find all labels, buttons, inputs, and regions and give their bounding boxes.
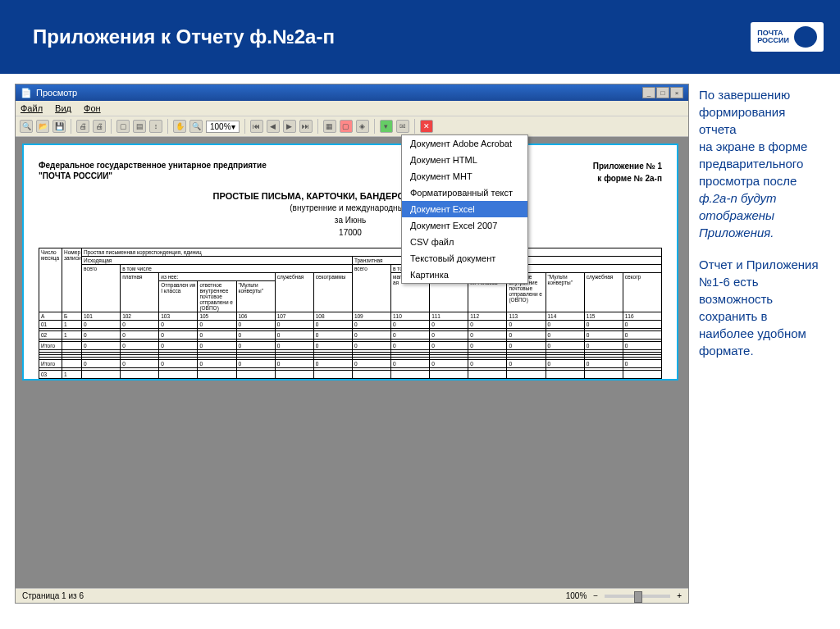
report-period: за Июнь [39,215,662,226]
appendix-number: Приложение № 1 [593,160,662,172]
menu-view[interactable]: Вид [55,103,71,113]
menu-background[interactable]: Фон [84,103,101,113]
zoom-out-icon[interactable]: − [593,591,598,600]
export-dropdown: Документ Adobe Acrobat Документ HTML Док… [401,134,528,284]
export-csv[interactable]: CSV файл [402,234,527,250]
report-table: Число месяцаНомер записиПростая письменн… [39,248,662,379]
org-name-2: "ПОЧТА РОССИИ" [39,171,267,181]
zoom-in-icon[interactable]: + [677,591,682,600]
window-titlebar: 📄 Просмотр _ □ × [16,84,688,101]
toolbar: 🔍 📂 💾 🖨 🖨 ▢ ▤ ↕ ✋ 🔍 100% ▾ ⏮ ◀ ▶ ⏭ [16,116,688,137]
export-pdf[interactable]: Документ Adobe Acrobat [402,135,527,152]
page-indicator: Страница 1 из 6 [22,591,84,600]
print-icon[interactable]: 🖨 [76,120,89,133]
menu-file[interactable]: Файл [21,103,43,113]
slide-header: Приложения к Отчету ф.№2а-п ПОЧТА РОССИИ [0,0,840,74]
report-page: Федеральное государственное унитарное пр… [22,144,678,381]
export-txt[interactable]: Текстовый документ [402,250,527,267]
close-preview-icon[interactable]: ✕ [420,120,433,133]
multipage-icon[interactable]: ▦ [323,120,336,133]
report-subtitle-1: (внутренние и международные) [39,203,662,213]
org-name-1: Федеральное государственное унитарное пр… [39,160,267,171]
slide-side-note: По завершению формирования отчета на экр… [689,74,840,629]
header-icon[interactable]: ▤ [133,120,146,133]
prev-page-icon[interactable]: ◀ [267,120,280,133]
app-icon: 📄 [21,88,32,98]
report-title: ПРОСТЫЕ ПИСЬМА, КАРТОЧКИ, БАНДЕРОЛИ, ДИР… [39,191,662,201]
open-icon[interactable]: 📂 [36,120,49,133]
export-icon[interactable]: ▾ [380,120,393,133]
scale-icon[interactable]: ↕ [149,120,162,133]
export-mht[interactable]: Документ MHT [402,168,527,185]
menubar: Файл Вид Фон [16,101,688,116]
slide-title: Приложения к Отчету ф.№2а-п [33,25,335,48]
page-viewport[interactable]: Федеральное государственное унитарное пр… [16,137,688,588]
page-setup-icon[interactable]: ▢ [116,120,130,133]
watermark-icon[interactable]: ◈ [356,120,369,133]
zoom-slider[interactable] [605,595,670,598]
zoom-select[interactable]: 100% ▾ [206,121,240,133]
maximize-button[interactable]: □ [656,87,669,98]
magnify-icon[interactable]: 🔍 [189,120,203,133]
report-code: 17000 [39,227,662,238]
appendix-form: к форме № 2а-п [593,172,662,185]
eagle-icon [794,26,817,48]
export-image[interactable]: Картинка [402,267,527,283]
color-icon[interactable]: ▢ [340,120,353,133]
export-xlsx[interactable]: Документ Excel 2007 [402,217,527,234]
close-button[interactable]: × [670,87,683,98]
print-quick-icon[interactable]: 🖨 [93,120,106,133]
statusbar: Страница 1 из 6 100% − + [16,588,688,603]
next-page-icon[interactable]: ▶ [283,120,296,133]
last-page-icon[interactable]: ⏭ [299,120,313,133]
window-title: Просмотр [36,88,77,98]
first-page-icon[interactable]: ⏮ [250,120,263,133]
save-icon[interactable]: 💾 [52,120,66,133]
logo-pochta-rossii: ПОЧТА РОССИИ [751,22,824,52]
export-rtf[interactable]: Форматированный текст [402,185,527,201]
email-icon[interactable]: ✉ [396,120,409,133]
search-icon[interactable]: 🔍 [20,120,33,133]
hand-icon[interactable]: ✋ [173,120,186,133]
export-html[interactable]: Документ HTML [402,152,527,168]
minimize-button[interactable]: _ [642,87,655,98]
export-xls[interactable]: Документ Excel [402,201,527,217]
zoom-label: 100% [566,591,587,600]
preview-window: 📄 Просмотр _ □ × Файл Вид Фон 🔍 📂 💾 [15,84,689,604]
